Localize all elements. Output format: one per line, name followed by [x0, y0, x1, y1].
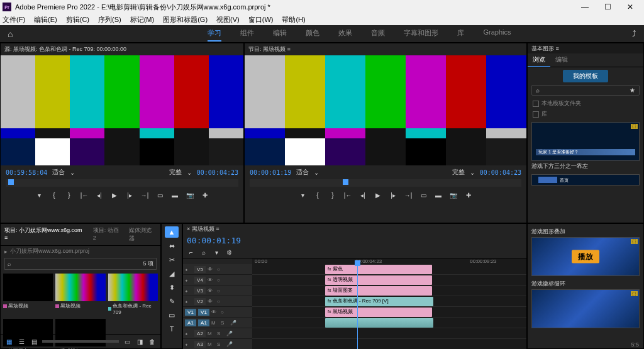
marker-icon[interactable]: ▾ [212, 248, 221, 257]
media-browser-tab[interactable]: 媒体浏览器 [125, 225, 160, 244]
link-icon[interactable]: ⌕ [199, 248, 208, 257]
home-icon[interactable]: ⌂ [8, 29, 13, 39]
prog-go-in-icon[interactable]: |← [343, 191, 352, 199]
new-bin-icon[interactable]: ▭ [123, 337, 131, 346]
project-tab-2[interactable]: 项目: 动画2 [89, 225, 125, 244]
program-viewport[interactable] [245, 55, 526, 165]
track-toggle-icon[interactable]: ⬥ [185, 267, 192, 272]
project-tab[interactable]: 项目: 小刀娱乐网www.x6g.com ≡ [1, 225, 89, 244]
close-button[interactable]: ✕ [619, 0, 641, 14]
eye-icon[interactable]: 👁 [208, 267, 215, 272]
menu-edit[interactable]: 编辑(E) [34, 15, 57, 25]
snap-icon[interactable]: ⌐ [187, 248, 196, 257]
prog-mark-out-icon[interactable]: } [328, 191, 337, 199]
source-patch[interactable]: A1 [185, 319, 196, 326]
track-label[interactable]: V1 [198, 309, 209, 316]
playhead[interactable] [357, 264, 358, 349]
clip[interactable]: fx 墙面图案 [325, 286, 432, 296]
settings-icon[interactable]: ✚ [201, 191, 209, 199]
tab-audio[interactable]: 音频 [371, 26, 385, 42]
track-label[interactable]: A2 [194, 330, 206, 337]
menu-window[interactable]: 窗口(W) [248, 15, 274, 25]
prog-extract-icon[interactable]: ▬ [434, 191, 443, 199]
play-icon[interactable]: ▶ [110, 191, 119, 199]
step-back-icon[interactable]: ◂| [95, 191, 104, 199]
program-fit-dropdown[interactable]: 适合 [296, 168, 309, 177]
track-label[interactable]: V5 [194, 266, 206, 273]
track-label[interactable]: A3 [194, 341, 206, 348]
tab-library[interactable]: 库 [457, 26, 464, 42]
source-tc-left[interactable]: 00:59:58:04 [6, 169, 47, 176]
source-fit-dropdown[interactable]: 适合 [52, 168, 65, 177]
eg-tab-browse[interactable]: 浏览 [528, 53, 550, 67]
menu-sequence[interactable]: 序列(S) [98, 15, 121, 25]
timeline-title[interactable]: × 黑场视频 ≡ [183, 224, 526, 235]
icon-view-icon[interactable]: ☰ [17, 337, 26, 346]
track-label[interactable]: A1 [198, 319, 209, 326]
list-view-icon[interactable]: ▦ [4, 337, 13, 346]
clip[interactable]: fx 黑场视频 [325, 307, 432, 317]
prog-step-back-icon[interactable]: ◂| [358, 191, 367, 199]
selection-tool-icon[interactable]: ▲ [165, 226, 179, 238]
program-full-dropdown[interactable]: 完整 [452, 168, 465, 177]
settings-icon[interactable]: ⚙ [225, 248, 233, 257]
mic-icon[interactable]: 🎤 [230, 320, 238, 326]
clip[interactable]: fx 紫色 [325, 265, 432, 274]
template-item[interactable]: ⬚ 玩家 1 是否准备好？ 游戏下方三分之一靠左 [531, 122, 640, 172]
tab-captions[interactable]: 字幕和图形 [404, 26, 438, 42]
eg-search[interactable]: ⌕ ★ [531, 85, 640, 96]
slip-tool-icon[interactable]: ⬍ [165, 282, 179, 293]
hand-tool-icon[interactable]: ▭ [165, 309, 179, 321]
add-marker-icon[interactable]: ▾ [35, 191, 43, 199]
source-ruler[interactable] [6, 179, 238, 187]
go-out-icon[interactable]: →| [140, 191, 149, 199]
mark-in-icon[interactable]: { [50, 191, 58, 199]
template-item[interactable]: 首页 [531, 174, 640, 186]
menu-file[interactable]: 文件(F) [3, 15, 25, 25]
prog-marker-icon[interactable]: ▾ [298, 191, 307, 199]
tab-edit[interactable]: 编辑 [273, 26, 287, 42]
timeline-ruler[interactable]: 00:00 00:00:04:23 00:00:09:23 [252, 258, 526, 264]
tab-color[interactable]: 颜色 [306, 26, 319, 42]
insert-icon[interactable]: ▭ [155, 191, 164, 199]
trash-icon[interactable]: 🗑 [148, 337, 157, 346]
eg-tab-edit[interactable]: 编辑 [550, 53, 573, 67]
export-frame-icon[interactable]: 📷 [186, 191, 194, 199]
project-item[interactable]: 黑场视频 [55, 274, 105, 316]
source-viewport[interactable] [1, 55, 243, 165]
menu-view[interactable]: 视图(V) [216, 15, 240, 25]
project-item[interactable]: 黑场视频 [3, 274, 53, 316]
pen-tool-icon[interactable]: ✎ [165, 296, 179, 307]
new-item-icon[interactable]: ◨ [135, 337, 144, 346]
star-icon[interactable]: ★ [630, 87, 635, 94]
source-full-dropdown[interactable]: 完整 [169, 168, 182, 177]
clip[interactable]: fx 透明视频 [325, 275, 432, 285]
razor-tool-icon[interactable]: ◢ [165, 268, 179, 279]
tab-graphics[interactable]: Graphics [483, 26, 511, 42]
track-label[interactable]: V3 [194, 287, 206, 294]
track-label[interactable]: V4 [194, 277, 206, 284]
prog-step-fwd-icon[interactable]: |▸ [389, 191, 397, 199]
export-icon[interactable]: ⤴ [632, 29, 636, 38]
eg-search-input[interactable] [543, 87, 626, 94]
prog-lift-icon[interactable]: ▭ [419, 191, 428, 199]
timeline-tracks[interactable]: fx 紫色 fx 透明视频 fx 墙面图案 fx 色条和色调 - Rec 709… [252, 264, 526, 349]
tab-learn[interactable]: 学习 [208, 26, 221, 42]
track-label[interactable]: V2 [194, 298, 206, 305]
minimize-button[interactable]: — [574, 0, 596, 14]
program-tc-left[interactable]: 00:00:01:19 [250, 169, 291, 176]
menu-graphics[interactable]: 图形和标题(G) [163, 15, 208, 25]
prog-go-out-icon[interactable]: →| [404, 191, 413, 199]
timeline-tc[interactable]: 00:00:01:19 [183, 235, 526, 247]
menu-clip[interactable]: 剪辑(C) [66, 15, 89, 25]
mark-out-icon[interactable]: } [65, 191, 74, 199]
prog-play-icon[interactable]: ▶ [374, 191, 382, 199]
clip[interactable] [325, 318, 433, 328]
tab-assembly[interactable]: 组件 [240, 26, 254, 42]
my-templates-button[interactable]: 我的模板 [563, 70, 608, 82]
ripple-tool-icon[interactable]: ✂ [165, 254, 179, 265]
clip[interactable]: fx 色条和色调 - Rec 709 [V] [325, 297, 433, 306]
local-folder-checkbox[interactable] [533, 101, 539, 107]
tab-effects[interactable]: 效果 [338, 26, 352, 42]
source-patch[interactable]: V1 [185, 309, 196, 316]
